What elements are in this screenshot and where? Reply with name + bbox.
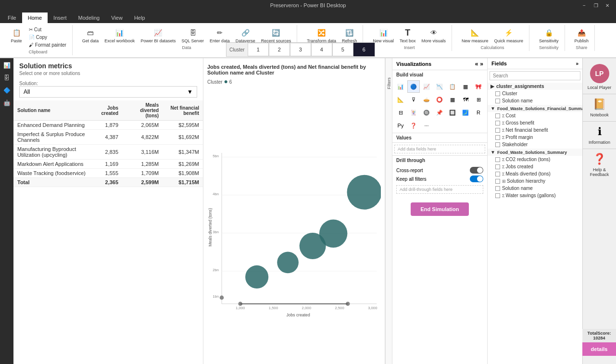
tab-home[interactable]: Home [22,13,48,23]
tab-modeling[interactable]: Modeling [73,13,106,23]
details-button[interactable]: details [582,342,616,356]
format-painter-button[interactable]: 🖌 Format painter [27,41,68,49]
restore-button[interactable]: ❐ [591,2,601,9]
field-item-gross-benefit[interactable]: Σ Gross benefit [488,119,582,126]
viz-gauge[interactable]: 🔘 [420,106,433,119]
transform-button[interactable]: 🔀 Transform data [305,26,338,44]
tab-file[interactable]: File [2,13,22,23]
viz-treemap[interactable]: ▦ [446,93,459,106]
viz-waterfall[interactable]: 📐 [394,93,407,106]
help-item[interactable]: ❓ Help & Feedback [583,149,616,181]
field-item-stakeholder[interactable]: Stakeholder [488,141,582,148]
cut-button[interactable]: ✂ Cut [27,26,68,33]
viz-card[interactable]: 🃏 [407,106,420,119]
filters-label[interactable]: Filters [387,77,391,89]
recent-sources-button[interactable]: 🔄 Recent sources [259,26,293,44]
add-drill-fields[interactable]: Add drill-through fields here [396,185,483,194]
cluster-tab-6[interactable]: 6 [353,43,375,56]
cluster-tab-1[interactable]: 1 [248,43,269,56]
table-row[interactable]: Manufacturing Byproduct Utilization (upc… [13,145,203,160]
notebook-item[interactable]: 📔 Notebook [583,94,616,122]
more-visuals-button[interactable]: 👁 More visuals [419,26,448,44]
viz-panel-collapse[interactable]: « [475,61,478,67]
viz-donut[interactable]: ⭕ [433,93,446,106]
field-item-cost[interactable]: Σ Cost [488,112,582,119]
viz-shape-map[interactable]: 🗾 [459,106,472,119]
fields-search-input[interactable] [490,71,580,80]
viz-bar-chart[interactable]: 📊 [394,80,407,93]
sidebar-data-icon[interactable]: 🗄 [1,73,12,83]
table-row[interactable]: Enhanced Demand Planning 1,879 2,065M $2… [13,121,203,130]
field-item-net-benefit[interactable]: Σ Net financial benefit [488,126,582,134]
viz-ribbon[interactable]: 🎀 [472,80,485,93]
table-row[interactable]: Markdown Alert Applications 1,169 1,285M… [13,160,203,169]
viz-slicer[interactable]: 🔲 [446,106,459,119]
sql-server-button[interactable]: 🗄 SQL Server [179,26,206,44]
get-data-button[interactable]: 🗃 Get data [80,26,101,44]
viz-funnel[interactable]: ⊽ [407,93,420,106]
table-row[interactable]: Imperfect & Surplus Produce Channels 4,3… [13,130,203,145]
field-item-profit-margin[interactable]: Σ Profit margin [488,134,582,141]
excel-button[interactable]: 📊 Excel workbook [102,26,137,44]
viz-area[interactable]: 📉 [433,80,446,93]
quick-measure-button[interactable]: ⚡ Quick measure [492,26,526,44]
text-box-button[interactable]: T Text box [398,26,418,44]
table-row[interactable]: Waste Tracking (foodservice) 1,555 1,709… [13,169,203,178]
cluster-tab-2[interactable]: 2 [269,43,290,56]
field-item-cluster[interactable]: Cluster [488,90,582,97]
viz-qna[interactable]: ❓ [407,119,420,132]
viz-100pct-bar[interactable]: ▦ [459,80,472,93]
close-button[interactable]: ✕ [603,2,612,9]
end-simulation-button[interactable]: End Simulation [411,202,468,216]
viz-r-script[interactable]: R [472,106,485,119]
tab-insert[interactable]: Insert [48,13,73,23]
field-group-cluster-header[interactable]: ▶ cluster_assignments [488,83,582,90]
sidebar-model-icon[interactable]: 🔷 [1,85,12,96]
cross-report-toggle[interactable] [470,167,483,174]
dataverse-button[interactable]: 🔗 Dataverse [234,26,257,44]
viz-more[interactable]: ··· [420,119,433,132]
copy-button[interactable]: 📄 Copy [27,34,68,41]
powerbi-datasets-button[interactable]: 📈 Power BI datasets [138,26,177,44]
publish-button[interactable]: 📤 Publish [573,26,591,44]
viz-line[interactable]: 📈 [420,80,433,93]
field-item-co2[interactable]: Σ CO2 reduction (tons) [488,156,582,163]
sensitivity-button[interactable]: 🔒 Sensitivity [537,26,561,44]
new-visual-button[interactable]: 📊 New visual [371,26,396,44]
field-item-solution-hierarchy[interactable]: ⊞ Solution hierarchy [488,177,582,185]
viz-matrix[interactable]: ⊟ [394,106,407,119]
filters-sidebar[interactable]: Filters [385,58,392,364]
viz-scatter[interactable]: 🔵 [407,80,420,93]
minimize-button[interactable]: − [579,2,589,9]
field-group-financial-header[interactable]: ▼ Food_Waste_Solutions_Financial_Summary… [488,105,582,112]
cluster-tab-4[interactable]: 4 [311,43,332,56]
paste-button[interactable]: 📋 Paste [8,26,25,49]
tab-view[interactable]: View [105,13,128,23]
viz-table[interactable]: ⊞ [472,93,485,106]
sidebar-ai-icon[interactable]: 🤖 [1,98,12,108]
viz-pie[interactable]: 🥧 [420,93,433,106]
keep-filters-toggle[interactable] [470,176,483,182]
user-profile[interactable]: LP Local Player [583,60,616,94]
viz-stacked-bar[interactable]: 📋 [446,80,459,93]
field-item-solution-name-1[interactable]: Solution name [488,97,582,104]
fields-expand[interactable]: » [576,61,578,66]
tab-help[interactable]: Help [128,13,151,23]
viz-map[interactable]: 🗺 [459,93,472,106]
refresh-button[interactable]: 🔃 Refresh [340,26,359,44]
viz-python[interactable]: Py [394,119,407,132]
viz-panel-expand[interactable]: » [480,61,483,67]
sidebar-report-icon[interactable]: 📊 [1,60,12,71]
viz-kpi[interactable]: 📌 [433,106,446,119]
field-item-water[interactable]: Σ Water savings (gallons) [488,192,582,199]
cluster-tab-5[interactable]: 5 [332,43,353,56]
enter-data-button[interactable]: ✏ Enter data [208,26,232,44]
cluster-tab-3[interactable]: 3 [290,43,311,56]
field-item-jobs[interactable]: Σ Jobs created [488,163,582,170]
field-item-meals[interactable]: Σ Meals diverted (tons) [488,170,582,177]
solution-select[interactable]: All ▼ [19,86,197,98]
information-item[interactable]: ℹ Information [583,122,616,149]
add-data-fields[interactable]: Add data fields here [394,145,485,153]
field-group-summary-header[interactable]: ▼ Food_Waste_Solutions_Summary [488,149,582,156]
field-item-solution-name-2[interactable]: Solution name [488,185,582,192]
